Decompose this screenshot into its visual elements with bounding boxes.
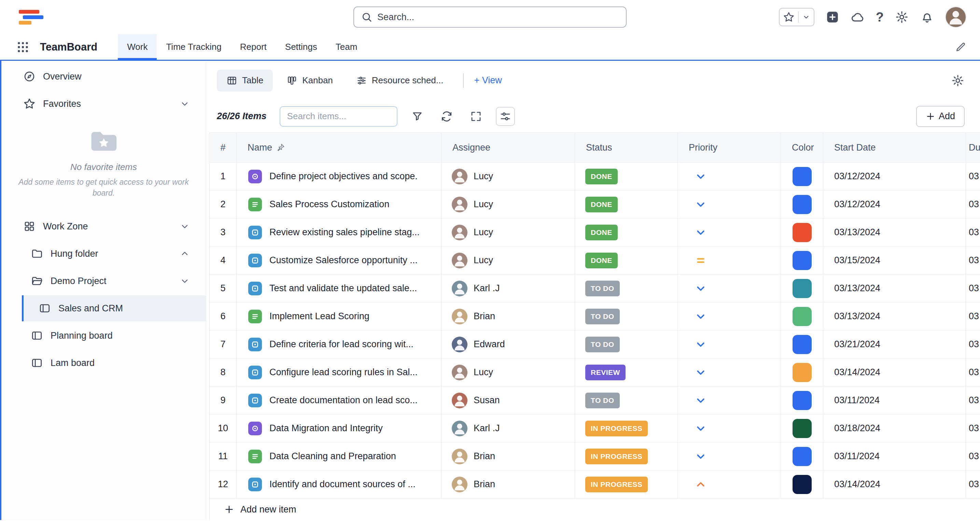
color-cell[interactable]: [781, 191, 823, 219]
task-name-cell[interactable]: Data Cleaning and Preparation: [237, 443, 442, 470]
priority-cell[interactable]: [678, 386, 781, 415]
settings-gear-icon[interactable]: [895, 10, 909, 24]
color-cell[interactable]: [781, 415, 823, 443]
color-cell[interactable]: [781, 470, 823, 499]
column-header-name[interactable]: Name: [237, 133, 442, 162]
start-date[interactable]: 03/21/2024: [823, 330, 966, 359]
assignee-cell[interactable]: Brian: [442, 443, 575, 470]
status-cell[interactable]: REVIEW: [575, 359, 678, 386]
start-date[interactable]: 03/18/2024: [823, 415, 966, 443]
assignee-cell[interactable]: Brian: [442, 470, 575, 499]
add-item-button[interactable]: Add: [916, 106, 965, 127]
assignee-cell[interactable]: Susan: [442, 386, 575, 415]
status-cell[interactable]: TO DO: [575, 330, 678, 359]
color-cell[interactable]: [781, 302, 823, 330]
task-name-cell[interactable]: Test and validate the updated sale...: [237, 275, 442, 302]
sidebar-item-demo-project[interactable]: Demo Project: [2, 267, 206, 295]
color-cell[interactable]: [781, 443, 823, 470]
apps-grid-icon[interactable]: [16, 40, 30, 54]
app-logo[interactable]: [19, 10, 43, 25]
sidebar-item-sales-and-crm[interactable]: Sales and CRM: [22, 295, 206, 321]
priority-cell[interactable]: [678, 191, 781, 219]
sidebar-item-lam-board[interactable]: Lam board: [2, 349, 206, 376]
table-row[interactable]: 11Data Cleaning and PreparationBrianIN P…: [210, 443, 980, 470]
table-row[interactable]: 12Identify and document sources of ...Br…: [210, 470, 980, 499]
table-row[interactable]: 4Customize Salesforce opportunity ...Luc…: [210, 246, 980, 275]
favorite-control[interactable]: [779, 8, 815, 26]
column-header-color[interactable]: Color: [781, 133, 823, 162]
start-date[interactable]: 03/12/2024: [823, 162, 966, 191]
task-name-cell[interactable]: Sales Process Customization: [237, 191, 442, 219]
table-row[interactable]: 3Review existing sales pipeline stag...L…: [210, 219, 980, 246]
cloud-icon[interactable]: [851, 10, 865, 24]
view-tab-table[interactable]: Table: [217, 70, 273, 92]
column-header-assignee[interactable]: Assignee: [442, 133, 575, 162]
adjust-button[interactable]: [496, 107, 515, 126]
assignee-cell[interactable]: Karl .J: [442, 275, 575, 302]
assignee-cell[interactable]: Brian: [442, 302, 575, 330]
start-date[interactable]: 03/13/2024: [823, 219, 966, 246]
filter-button[interactable]: [408, 107, 427, 126]
start-date[interactable]: 03/11/2024: [823, 386, 966, 415]
assignee-cell[interactable]: Lucy: [442, 162, 575, 191]
task-name-cell[interactable]: Implement Lead Scoring: [237, 302, 442, 330]
status-cell[interactable]: IN PROGRESS: [575, 443, 678, 470]
status-cell[interactable]: TO DO: [575, 275, 678, 302]
sidebar-item-work-zone[interactable]: Work Zone: [2, 213, 206, 240]
table-row[interactable]: 1Define project objectives and scope.Luc…: [210, 162, 980, 191]
assignee-cell[interactable]: Lucy: [442, 219, 575, 246]
column-header-status[interactable]: Status: [575, 133, 678, 162]
color-cell[interactable]: [781, 386, 823, 415]
priority-cell[interactable]: [678, 359, 781, 386]
column-header-due-date[interactable]: Du: [966, 133, 980, 162]
task-name-cell[interactable]: Review existing sales pipeline stag...: [237, 219, 442, 246]
chevron-down-icon[interactable]: [180, 222, 189, 231]
color-cell[interactable]: [781, 246, 823, 275]
chevron-down-icon[interactable]: [180, 276, 189, 286]
table-row[interactable]: 6Implement Lead ScoringBrianTO DO03/13/2…: [210, 302, 980, 330]
task-name-cell[interactable]: Configure lead scoring rules in Sal...: [237, 359, 442, 386]
chevron-up-icon[interactable]: [180, 249, 189, 259]
nav-tab-settings[interactable]: Settings: [276, 34, 326, 60]
assignee-cell[interactable]: Lucy: [442, 246, 575, 275]
user-avatar[interactable]: [945, 6, 966, 28]
sidebar-item-planning-board[interactable]: Planning board: [2, 322, 206, 349]
assignee-cell[interactable]: Karl .J: [442, 415, 575, 443]
expand-button[interactable]: [466, 107, 485, 126]
status-cell[interactable]: TO DO: [575, 302, 678, 330]
priority-cell[interactable]: [678, 302, 781, 330]
status-cell[interactable]: DONE: [575, 219, 678, 246]
sidebar-item-hung-folder[interactable]: Hung folder: [2, 240, 206, 267]
task-name-cell[interactable]: Data Migration and Integrity: [237, 415, 442, 443]
task-name-cell[interactable]: Identify and document sources of ...: [237, 470, 442, 499]
color-cell[interactable]: [781, 330, 823, 359]
nav-tab-report[interactable]: Report: [231, 34, 276, 60]
nav-tab-work[interactable]: Work: [118, 34, 157, 60]
table-row[interactable]: 2Sales Process CustomizationLucyDONE03/1…: [210, 191, 980, 219]
global-search-input[interactable]: [377, 12, 619, 22]
color-cell[interactable]: [781, 162, 823, 191]
status-cell[interactable]: TO DO: [575, 386, 678, 415]
status-cell[interactable]: DONE: [575, 162, 678, 191]
sidebar-item-overview[interactable]: Overview: [2, 63, 206, 90]
table-row[interactable]: 10Data Migration and IntegrityKarl .JIN …: [210, 415, 980, 443]
priority-cell[interactable]: [678, 246, 781, 275]
start-date[interactable]: 03/11/2024: [823, 443, 966, 470]
chevron-down-icon[interactable]: [180, 99, 189, 108]
table-row[interactable]: 9Create documentation on lead sco...Susa…: [210, 386, 980, 415]
status-cell[interactable]: IN PROGRESS: [575, 470, 678, 499]
view-tab-resource-scheduling[interactable]: Resource sched...: [347, 70, 453, 92]
sidebar-item-favorites[interactable]: Favorites: [2, 90, 206, 118]
start-date[interactable]: 03/15/2024: [823, 246, 966, 275]
notifications-bell-icon[interactable]: [920, 10, 934, 24]
start-date[interactable]: 03/14/2024: [823, 359, 966, 386]
global-search[interactable]: [353, 6, 627, 28]
view-settings-gear-icon[interactable]: [951, 74, 965, 87]
nav-tab-team[interactable]: Team: [326, 34, 367, 60]
task-name-cell[interactable]: Customize Salesforce opportunity ...: [237, 246, 442, 275]
column-header-start-date[interactable]: Start Date: [823, 133, 966, 162]
assignee-cell[interactable]: Lucy: [442, 359, 575, 386]
priority-cell[interactable]: [678, 162, 781, 191]
status-cell[interactable]: IN PROGRESS: [575, 415, 678, 443]
status-cell[interactable]: DONE: [575, 246, 678, 275]
